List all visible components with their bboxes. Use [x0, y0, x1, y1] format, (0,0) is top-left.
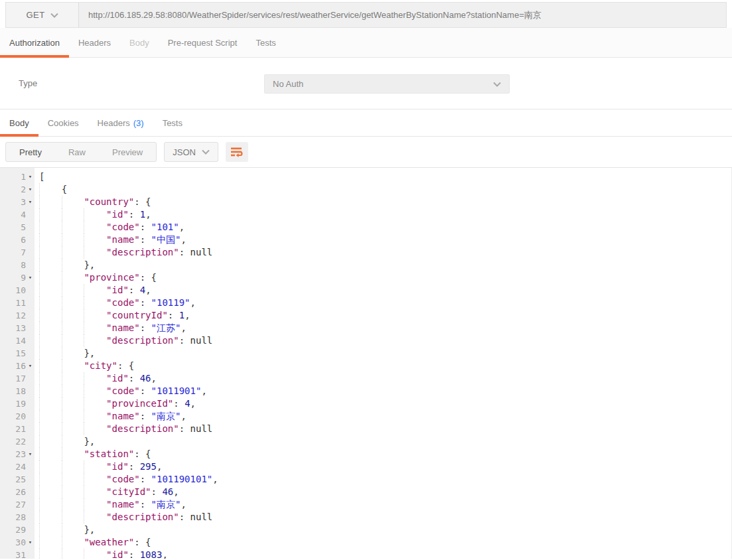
indent-guide [39, 259, 62, 271]
tab-label: Headers [98, 118, 130, 128]
json-token: : { [134, 196, 151, 207]
json-token: "station" [84, 449, 134, 459]
method-label: GET [26, 10, 44, 20]
json-token: 1 [179, 310, 184, 320]
json-token: "南京" [151, 499, 181, 510]
fold-toggle-icon[interactable]: ▾ [26, 183, 35, 196]
fold-toggle-icon[interactable]: ▾ [26, 536, 35, 549]
method-dropdown[interactable]: GET [6, 3, 79, 27]
json-token: , [151, 373, 157, 384]
code-line: 31"id": 1083, [0, 549, 731, 559]
json-token: : [140, 385, 151, 396]
line-number: 7 [21, 246, 26, 259]
code-line: 23▾"station": { [0, 448, 731, 460]
indent-guide [84, 334, 106, 347]
fold-toggle-icon[interactable]: ▾ [26, 271, 35, 284]
indent-guide [62, 334, 84, 347]
json-token: }, [84, 436, 95, 447]
line-number: 2 [21, 183, 26, 196]
indent-guide [62, 410, 84, 423]
line-number: 20 [15, 410, 26, 423]
indent-guide [39, 309, 62, 322]
code-line: 14"description": null [0, 334, 731, 347]
fold-toggle-icon[interactable]: ▾ [26, 360, 35, 372]
tab-request-headers[interactable]: Headers [69, 28, 120, 57]
json-token: "code" [106, 222, 140, 232]
json-token: , [179, 222, 184, 232]
indent-guide [62, 423, 84, 435]
indent-guide [39, 536, 62, 549]
tab-request-body[interactable]: Body [120, 28, 159, 57]
json-token: , [201, 385, 206, 396]
indent-guide [84, 460, 106, 473]
json-token: : [140, 297, 151, 308]
indent-guide [62, 360, 84, 372]
auth-type-select[interactable]: No Auth [264, 74, 510, 94]
indent-guide [84, 284, 106, 297]
json-token: null [190, 247, 213, 257]
json-token: : [129, 373, 140, 384]
json-token: "description" [106, 335, 179, 346]
view-pretty-button[interactable]: Pretty [6, 143, 55, 161]
line-number: 14 [15, 334, 26, 347]
json-token: "id" [106, 209, 129, 220]
view-raw-button[interactable]: Raw [55, 143, 99, 161]
tab-cookies[interactable]: Cookies [38, 109, 88, 136]
fold-toggle-icon[interactable]: ▾ [26, 448, 35, 460]
tab-response-body[interactable]: Body [0, 109, 38, 136]
authorization-panel: Type No Auth [0, 58, 732, 109]
code-line: 24"id": 295, [0, 460, 731, 473]
line-number: 9 [21, 271, 26, 284]
indent-guide [39, 234, 62, 246]
indent-guide [62, 460, 84, 473]
indent-guide [39, 284, 62, 297]
indent-guide [62, 549, 84, 559]
view-label: Raw [68, 147, 86, 157]
tab-label: Tests [256, 38, 275, 48]
indent-guide [84, 385, 106, 397]
json-token: : [140, 222, 151, 232]
headers-count-badge: (3) [133, 118, 144, 128]
tab-response-tests[interactable]: Tests [153, 109, 192, 136]
tab-request-tests[interactable]: Tests [246, 28, 285, 57]
indent-guide [62, 221, 84, 234]
format-dropdown[interactable]: JSON [164, 142, 218, 162]
tab-pre-request-script[interactable]: Pre-request Script [159, 28, 247, 57]
json-token: "code" [106, 474, 140, 484]
indent-guide [84, 208, 106, 221]
code-line: 2▾{ [0, 183, 731, 196]
indent-guide [62, 372, 84, 385]
json-token: : [140, 322, 151, 333]
indent-guide [62, 347, 84, 360]
json-token: 4 [184, 398, 190, 409]
wrap-text-button[interactable] [226, 142, 248, 162]
indent-guide [84, 297, 106, 309]
json-token: : [140, 234, 151, 245]
tab-response-headers[interactable]: Headers (3) [88, 109, 153, 136]
tab-authorization[interactable]: Authorization [0, 28, 69, 57]
code-line: 13"name": "江苏", [0, 322, 731, 334]
indent-guide [39, 208, 62, 221]
indent-guide [62, 234, 84, 246]
fold-toggle-icon[interactable]: ▾ [26, 171, 35, 183]
json-token: : [129, 461, 140, 472]
json-token: "name" [106, 322, 140, 333]
code-editor[interactable]: 1▾[2▾{3▾"country": {4"id": 1,5"code": "1… [0, 168, 732, 559]
indent-guide [39, 221, 62, 234]
view-label: Preview [112, 147, 143, 157]
indent-guide [39, 271, 62, 284]
fold-toggle-icon[interactable]: ▾ [26, 196, 35, 208]
indent-guide [84, 423, 106, 435]
json-token: : { [134, 449, 151, 459]
indent-guide [39, 486, 62, 498]
code-line: 5"code": "101", [0, 221, 731, 234]
line-number: 22 [15, 435, 26, 448]
indent-guide [39, 183, 62, 196]
chevron-down-icon [202, 149, 210, 155]
line-number: 8 [21, 259, 26, 271]
line-number: 10 [15, 284, 26, 297]
url-input[interactable]: http://106.185.29.58:8080/WeatherSpider/… [79, 3, 726, 27]
view-preview-button[interactable]: Preview [99, 143, 156, 161]
tab-label: Body [9, 118, 29, 128]
json-token: "id" [106, 549, 129, 559]
